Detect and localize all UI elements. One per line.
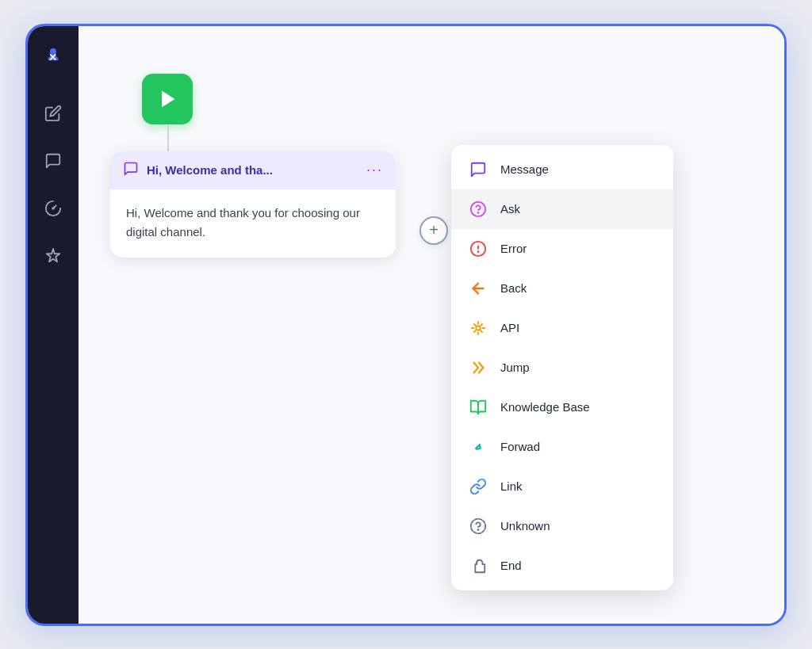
dropdown-item-error[interactable]: Error (451, 229, 673, 269)
message-icon (467, 158, 489, 181)
sidebar-navigation (39, 99, 67, 270)
message-node[interactable]: Hi, Welcome and tha... ··· Hi, Welcome a… (110, 151, 396, 258)
sidebar-item-chat[interactable] (39, 147, 67, 175)
sidebar: ✕ (28, 26, 79, 624)
svg-point-5 (52, 208, 54, 209)
dropdown-label-end: End (500, 559, 522, 572)
sidebar-item-analytics[interactable] (39, 194, 67, 223)
dropdown-item-ask[interactable]: Ask (451, 189, 673, 229)
back-icon (467, 277, 489, 300)
sidebar-item-edit[interactable] (39, 99, 67, 128)
book-icon (467, 396, 489, 418)
error-icon (467, 238, 489, 260)
svg-point-12 (476, 326, 481, 330)
flow-connector (167, 124, 169, 153)
dropdown-item-jump[interactable]: Jump (451, 348, 673, 387)
message-node-title: Hi, Welcome and tha... (147, 163, 273, 177)
dropdown-item-api[interactable]: API (451, 308, 673, 348)
api-icon (467, 317, 489, 339)
dropdown-label-message: Message (500, 162, 549, 176)
svg-text:✕: ✕ (48, 52, 57, 63)
dropdown-label-error: Error (500, 242, 527, 255)
dropdown-label-back: Back (500, 281, 527, 295)
main-canvas: Hi, Welcome and tha... ··· Hi, Welcome a… (79, 26, 784, 624)
dropdown-label-api: API (500, 321, 519, 334)
dropdown-item-knowledge-base[interactable]: Knowledge Base (451, 387, 673, 427)
message-node-icon (123, 161, 139, 180)
dropdown-label-link: Link (500, 479, 523, 493)
dropdown-item-unknown[interactable]: Unknown (451, 506, 673, 546)
dropdown-label-jump: Jump (500, 361, 530, 374)
dropdown-item-link[interactable]: Link (451, 467, 673, 506)
dropdown-label-ask: Ask (500, 202, 520, 216)
jump-icon (467, 357, 489, 379)
dropdown-item-message[interactable]: Message (451, 150, 673, 189)
dropdown-item-back[interactable]: Back (451, 269, 673, 308)
dropdown-item-end[interactable]: End (451, 546, 673, 586)
message-node-options[interactable]: ··· (366, 162, 383, 178)
dropdown-item-forward[interactable]: Forwad (451, 427, 673, 467)
start-node[interactable] (142, 74, 193, 124)
dropdown-label-unknown: Unknown (500, 519, 550, 533)
link-icon (467, 475, 489, 498)
node-type-dropdown: Message Ask (451, 145, 673, 590)
message-node-body: Hi, Welcome and thank you for choosing o… (110, 189, 396, 258)
dropdown-label-knowledge-base: Knowledge Base (500, 400, 590, 414)
sidebar-logo[interactable]: ✕ (39, 42, 67, 71)
app-container: ✕ (25, 24, 787, 626)
unknown-icon (467, 515, 489, 537)
forward-icon (467, 436, 489, 458)
sidebar-item-ai[interactable] (39, 242, 67, 270)
message-node-header: Hi, Welcome and tha... ··· (110, 151, 396, 189)
ask-icon (467, 198, 489, 220)
dropdown-label-forward: Forwad (500, 440, 540, 453)
end-icon (467, 555, 489, 577)
message-node-header-left: Hi, Welcome and tha... (123, 161, 273, 180)
add-node-button[interactable]: + (419, 216, 448, 245)
